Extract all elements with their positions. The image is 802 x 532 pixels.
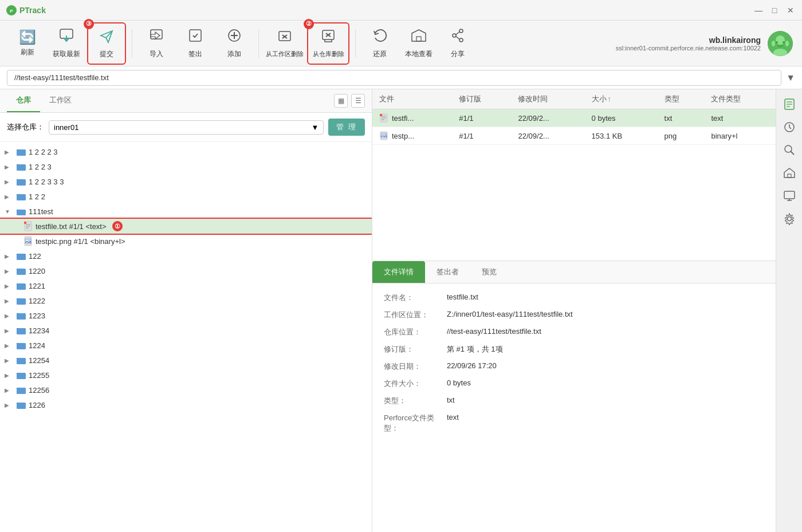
detail-tab-preview[interactable]: 预览 xyxy=(470,261,508,283)
revert-button[interactable]: 还原 xyxy=(361,23,398,64)
titlebar: P PTrack — □ ✕ xyxy=(0,0,802,21)
tree-item-label: 12255 xyxy=(29,371,49,380)
sidebar-monitor-button[interactable] xyxy=(779,186,800,206)
tree-item-122333[interactable]: ▶ 1 2 2 3 3 3 xyxy=(0,174,372,189)
revert-icon xyxy=(372,27,388,47)
tree-item-12234[interactable]: ▶ 12234 xyxy=(0,323,372,338)
del-workspace-icon xyxy=(277,28,293,48)
tree-item-12223[interactable]: ▶ 1 2 2 2 3 xyxy=(0,144,372,159)
svg-point-18 xyxy=(459,38,463,42)
left-panel: 仓库 工作区 ▦ ☰ 选择仓库： inner01 ▼ 管 理 ▶ 1 2 2 2… xyxy=(0,89,372,532)
tree-item-12254[interactable]: ▶ 12254 xyxy=(0,353,372,368)
local-view-button[interactable]: 本地查看 xyxy=(400,23,437,64)
sidebar-notes-button[interactable] xyxy=(779,94,800,115)
import-icon xyxy=(148,27,164,47)
tree-item-12255[interactable]: ▶ 12255 xyxy=(0,368,372,383)
del-repo-step-badge: ② xyxy=(304,19,314,29)
tree-item-label: 1226 xyxy=(29,401,45,409)
folder-icon xyxy=(16,325,26,336)
tree-item-12256[interactable]: ▶ 12256 xyxy=(0,383,372,397)
repo-select-dropdown[interactable]: inner01 ▼ xyxy=(49,120,324,135)
table-row[interactable]: testfi... #1/1 22/09/2... 0 bytes txt te… xyxy=(372,109,776,127)
svg-rect-30 xyxy=(17,179,26,186)
tree-item-1221[interactable]: ▶ 1221 xyxy=(0,278,372,293)
folder-open-icon xyxy=(16,206,26,216)
titlebar-left: P PTrack xyxy=(6,5,46,16)
refresh-button[interactable]: 🔄 刷新 xyxy=(9,23,46,64)
tree-item-testpic[interactable]: testpic.png #1/1 <binary+l> xyxy=(0,234,372,249)
checkout-button[interactable]: 签出 xyxy=(177,23,214,64)
right-panel: 文件 修订版 修改时间 大小↑ 类型 文件类型 xyxy=(372,89,776,532)
user-info: wb.linkairong ssl:inner01-commit.perforc… xyxy=(616,36,761,52)
detail-tab-info[interactable]: 文件详情 xyxy=(372,261,425,283)
tree-item-122b[interactable]: ▶ 122 xyxy=(0,249,372,263)
user-server: ssl:inner01-commit.perforce.nie.netease.… xyxy=(616,45,761,52)
svg-rect-31 xyxy=(17,194,26,200)
tab-repo[interactable]: 仓库 xyxy=(7,89,40,112)
col-revision[interactable]: 修订版 xyxy=(452,89,511,109)
size-cell: 0 bytes xyxy=(585,109,658,127)
sidebar-warehouse-button[interactable] xyxy=(779,163,800,183)
svg-rect-15 xyxy=(416,37,421,41)
svg-rect-37 xyxy=(24,222,26,224)
maximize-button[interactable]: □ xyxy=(769,5,780,16)
col-size[interactable]: 大小↑ xyxy=(585,89,658,109)
manage-button[interactable]: 管 理 xyxy=(328,119,365,136)
folder-icon xyxy=(16,176,26,187)
tree-item-1223[interactable]: ▶ 1 2 2 3 xyxy=(0,159,372,174)
tree-item-111test[interactable]: ▼ 111test xyxy=(0,204,372,219)
file-table: 文件 修订版 修改时间 大小↑ 类型 文件类型 xyxy=(372,89,776,261)
detail-tab-checkout[interactable]: 签出者 xyxy=(425,261,470,283)
grid-view-btn[interactable]: ▦ xyxy=(334,94,348,108)
tree-item-1220[interactable]: ▶ 1220 xyxy=(0,263,372,278)
window-controls[interactable]: — □ ✕ xyxy=(753,5,796,16)
get-latest-button[interactable]: 获取最新 xyxy=(48,23,85,64)
expander-icon: ▶ xyxy=(5,402,14,408)
tree-item-122[interactable]: ▶ 1 2 2 xyxy=(0,189,372,204)
add-label: 添加 xyxy=(227,49,241,59)
tree-item-1226[interactable]: ▶ 1226 xyxy=(0,397,372,412)
col-modified[interactable]: 修改时间 xyxy=(511,89,584,109)
share-button[interactable]: 分享 xyxy=(439,23,476,64)
share-icon xyxy=(450,27,466,47)
expander-icon: ▶ xyxy=(5,372,14,379)
import-label: 导入 xyxy=(150,49,163,59)
table-row[interactable]: testp... #1/1 22/09/2... 153.1 KB png bi… xyxy=(372,127,776,145)
tab-workspace[interactable]: 工作区 xyxy=(40,89,81,112)
col-filetype[interactable]: 文件类型 xyxy=(704,89,776,109)
submit-button[interactable]: 提交 xyxy=(88,23,125,64)
add-button[interactable]: 添加 xyxy=(216,23,253,64)
svg-rect-68 xyxy=(784,191,795,199)
sidebar-history-button[interactable] xyxy=(779,117,800,137)
avatar[interactable] xyxy=(768,31,793,56)
del-workspace-button[interactable]: 从工作区删除 xyxy=(265,23,305,64)
revision-cell: #1/1 xyxy=(452,127,511,145)
filetype-cell: binary+l xyxy=(704,127,776,145)
svg-rect-50 xyxy=(17,388,26,394)
path-dropdown-icon[interactable]: ▼ xyxy=(786,73,795,83)
import-button[interactable]: 导入 xyxy=(138,23,175,64)
minimize-button[interactable]: — xyxy=(753,5,764,16)
path-input[interactable] xyxy=(7,70,781,86)
del-repo-button[interactable]: 从仓库删除 xyxy=(308,23,348,64)
expander-icon: ▶ xyxy=(5,328,14,334)
list-view-btn[interactable]: ☰ xyxy=(351,94,365,108)
tree-item-testfile[interactable]: testfile.txt #1/1 <text> ① xyxy=(0,219,372,234)
folder-icon xyxy=(16,370,26,380)
svg-rect-47 xyxy=(17,343,26,349)
sidebar-settings-button[interactable] xyxy=(779,208,800,229)
tree-item-label: 12234 xyxy=(29,326,49,335)
del-repo-label: 从仓库删除 xyxy=(313,50,344,58)
tree-item-1224[interactable]: ▶ 1224 xyxy=(0,338,372,353)
col-type[interactable]: 类型 xyxy=(658,89,705,109)
close-button[interactable]: ✕ xyxy=(785,5,796,16)
repo-label: 选择仓库： xyxy=(7,122,44,132)
tree-item-1222[interactable]: ▶ 1222 xyxy=(0,293,372,308)
file-text-icon xyxy=(23,221,33,231)
sidebar-search-button[interactable] xyxy=(779,140,800,160)
expander-icon: ▶ xyxy=(5,298,14,304)
tree-item-1223b[interactable]: ▶ 1223 xyxy=(0,308,372,323)
detail-content: 文件名： testfile.txt 工作区位置： Z:/inner01/test… xyxy=(372,283,776,450)
col-file[interactable]: 文件 xyxy=(372,89,452,109)
svg-rect-48 xyxy=(17,358,26,364)
